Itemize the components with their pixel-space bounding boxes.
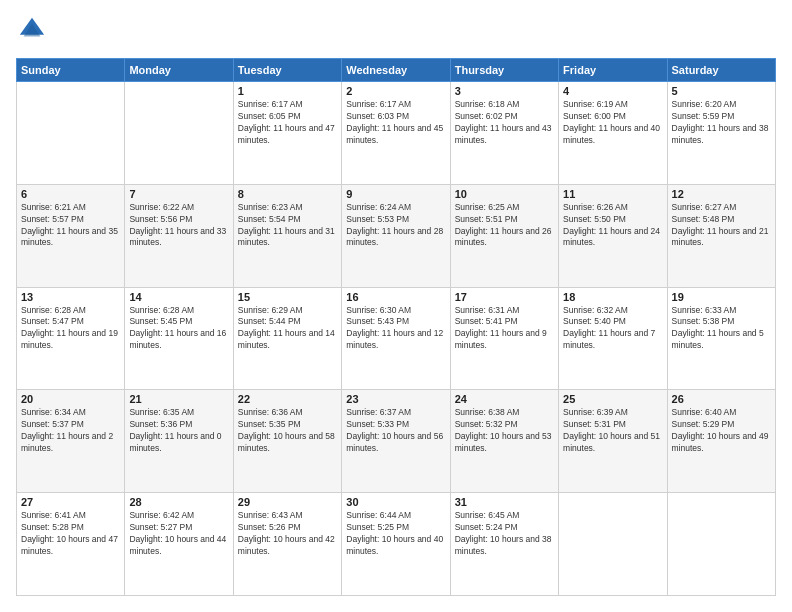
weekday-header-cell: Saturday: [667, 59, 775, 82]
day-info: Sunrise: 6:27 AM Sunset: 5:48 PM Dayligh…: [672, 202, 771, 250]
calendar-day-cell: [17, 82, 125, 185]
calendar-day-cell: 4Sunrise: 6:19 AM Sunset: 6:00 PM Daylig…: [559, 82, 667, 185]
calendar-day-cell: 14Sunrise: 6:28 AM Sunset: 5:45 PM Dayli…: [125, 287, 233, 390]
weekday-header-cell: Friday: [559, 59, 667, 82]
calendar-week-row: 27Sunrise: 6:41 AM Sunset: 5:28 PM Dayli…: [17, 493, 776, 596]
calendar-week-row: 13Sunrise: 6:28 AM Sunset: 5:47 PM Dayli…: [17, 287, 776, 390]
weekday-header-cell: Sunday: [17, 59, 125, 82]
day-number: 24: [455, 393, 554, 405]
day-info: Sunrise: 6:17 AM Sunset: 6:03 PM Dayligh…: [346, 99, 445, 147]
calendar-day-cell: 15Sunrise: 6:29 AM Sunset: 5:44 PM Dayli…: [233, 287, 341, 390]
calendar-day-cell: 21Sunrise: 6:35 AM Sunset: 5:36 PM Dayli…: [125, 390, 233, 493]
day-number: 16: [346, 291, 445, 303]
weekday-header-row: SundayMondayTuesdayWednesdayThursdayFrid…: [17, 59, 776, 82]
day-info: Sunrise: 6:33 AM Sunset: 5:38 PM Dayligh…: [672, 305, 771, 353]
weekday-header-cell: Monday: [125, 59, 233, 82]
day-number: 28: [129, 496, 228, 508]
calendar-day-cell: 28Sunrise: 6:42 AM Sunset: 5:27 PM Dayli…: [125, 493, 233, 596]
day-number: 21: [129, 393, 228, 405]
calendar-day-cell: 30Sunrise: 6:44 AM Sunset: 5:25 PM Dayli…: [342, 493, 450, 596]
day-info: Sunrise: 6:39 AM Sunset: 5:31 PM Dayligh…: [563, 407, 662, 455]
day-number: 8: [238, 188, 337, 200]
day-info: Sunrise: 6:21 AM Sunset: 5:57 PM Dayligh…: [21, 202, 120, 250]
day-number: 6: [21, 188, 120, 200]
calendar-day-cell: [667, 493, 775, 596]
calendar-day-cell: 11Sunrise: 6:26 AM Sunset: 5:50 PM Dayli…: [559, 184, 667, 287]
calendar-day-cell: 20Sunrise: 6:34 AM Sunset: 5:37 PM Dayli…: [17, 390, 125, 493]
logo-icon: [18, 16, 46, 44]
logo: [16, 16, 50, 48]
calendar-day-cell: 13Sunrise: 6:28 AM Sunset: 5:47 PM Dayli…: [17, 287, 125, 390]
day-number: 5: [672, 85, 771, 97]
calendar-day-cell: 7Sunrise: 6:22 AM Sunset: 5:56 PM Daylig…: [125, 184, 233, 287]
day-number: 10: [455, 188, 554, 200]
header: [16, 16, 776, 48]
calendar-day-cell: 6Sunrise: 6:21 AM Sunset: 5:57 PM Daylig…: [17, 184, 125, 287]
day-info: Sunrise: 6:34 AM Sunset: 5:37 PM Dayligh…: [21, 407, 120, 455]
day-info: Sunrise: 6:40 AM Sunset: 5:29 PM Dayligh…: [672, 407, 771, 455]
day-info: Sunrise: 6:23 AM Sunset: 5:54 PM Dayligh…: [238, 202, 337, 250]
day-number: 18: [563, 291, 662, 303]
day-number: 19: [672, 291, 771, 303]
day-number: 9: [346, 188, 445, 200]
day-info: Sunrise: 6:24 AM Sunset: 5:53 PM Dayligh…: [346, 202, 445, 250]
day-number: 27: [21, 496, 120, 508]
calendar-week-row: 1Sunrise: 6:17 AM Sunset: 6:05 PM Daylig…: [17, 82, 776, 185]
calendar-day-cell: 12Sunrise: 6:27 AM Sunset: 5:48 PM Dayli…: [667, 184, 775, 287]
calendar-week-row: 6Sunrise: 6:21 AM Sunset: 5:57 PM Daylig…: [17, 184, 776, 287]
calendar-day-cell: [125, 82, 233, 185]
day-info: Sunrise: 6:28 AM Sunset: 5:45 PM Dayligh…: [129, 305, 228, 353]
calendar-day-cell: 27Sunrise: 6:41 AM Sunset: 5:28 PM Dayli…: [17, 493, 125, 596]
day-info: Sunrise: 6:38 AM Sunset: 5:32 PM Dayligh…: [455, 407, 554, 455]
calendar-day-cell: 16Sunrise: 6:30 AM Sunset: 5:43 PM Dayli…: [342, 287, 450, 390]
day-number: 7: [129, 188, 228, 200]
calendar-day-cell: 2Sunrise: 6:17 AM Sunset: 6:03 PM Daylig…: [342, 82, 450, 185]
day-number: 26: [672, 393, 771, 405]
weekday-header-cell: Thursday: [450, 59, 558, 82]
day-number: 31: [455, 496, 554, 508]
day-info: Sunrise: 6:29 AM Sunset: 5:44 PM Dayligh…: [238, 305, 337, 353]
calendar-day-cell: 3Sunrise: 6:18 AM Sunset: 6:02 PM Daylig…: [450, 82, 558, 185]
day-number: 3: [455, 85, 554, 97]
day-number: 2: [346, 85, 445, 97]
day-info: Sunrise: 6:44 AM Sunset: 5:25 PM Dayligh…: [346, 510, 445, 558]
calendar-day-cell: 19Sunrise: 6:33 AM Sunset: 5:38 PM Dayli…: [667, 287, 775, 390]
day-info: Sunrise: 6:22 AM Sunset: 5:56 PM Dayligh…: [129, 202, 228, 250]
calendar-table: SundayMondayTuesdayWednesdayThursdayFrid…: [16, 58, 776, 596]
calendar-day-cell: 5Sunrise: 6:20 AM Sunset: 5:59 PM Daylig…: [667, 82, 775, 185]
day-info: Sunrise: 6:25 AM Sunset: 5:51 PM Dayligh…: [455, 202, 554, 250]
day-info: Sunrise: 6:42 AM Sunset: 5:27 PM Dayligh…: [129, 510, 228, 558]
calendar-container: SundayMondayTuesdayWednesdayThursdayFrid…: [0, 0, 792, 612]
day-info: Sunrise: 6:41 AM Sunset: 5:28 PM Dayligh…: [21, 510, 120, 558]
day-info: Sunrise: 6:31 AM Sunset: 5:41 PM Dayligh…: [455, 305, 554, 353]
day-info: Sunrise: 6:32 AM Sunset: 5:40 PM Dayligh…: [563, 305, 662, 353]
day-info: Sunrise: 6:35 AM Sunset: 5:36 PM Dayligh…: [129, 407, 228, 455]
calendar-day-cell: 24Sunrise: 6:38 AM Sunset: 5:32 PM Dayli…: [450, 390, 558, 493]
weekday-header-cell: Tuesday: [233, 59, 341, 82]
day-info: Sunrise: 6:30 AM Sunset: 5:43 PM Dayligh…: [346, 305, 445, 353]
day-number: 12: [672, 188, 771, 200]
calendar-day-cell: 25Sunrise: 6:39 AM Sunset: 5:31 PM Dayli…: [559, 390, 667, 493]
day-number: 14: [129, 291, 228, 303]
day-info: Sunrise: 6:37 AM Sunset: 5:33 PM Dayligh…: [346, 407, 445, 455]
day-number: 15: [238, 291, 337, 303]
day-number: 25: [563, 393, 662, 405]
calendar-day-cell: 22Sunrise: 6:36 AM Sunset: 5:35 PM Dayli…: [233, 390, 341, 493]
day-info: Sunrise: 6:45 AM Sunset: 5:24 PM Dayligh…: [455, 510, 554, 558]
day-info: Sunrise: 6:26 AM Sunset: 5:50 PM Dayligh…: [563, 202, 662, 250]
day-info: Sunrise: 6:19 AM Sunset: 6:00 PM Dayligh…: [563, 99, 662, 147]
day-number: 30: [346, 496, 445, 508]
day-info: Sunrise: 6:20 AM Sunset: 5:59 PM Dayligh…: [672, 99, 771, 147]
day-number: 22: [238, 393, 337, 405]
calendar-day-cell: 23Sunrise: 6:37 AM Sunset: 5:33 PM Dayli…: [342, 390, 450, 493]
calendar-day-cell: 1Sunrise: 6:17 AM Sunset: 6:05 PM Daylig…: [233, 82, 341, 185]
day-info: Sunrise: 6:18 AM Sunset: 6:02 PM Dayligh…: [455, 99, 554, 147]
calendar-day-cell: 26Sunrise: 6:40 AM Sunset: 5:29 PM Dayli…: [667, 390, 775, 493]
day-number: 23: [346, 393, 445, 405]
calendar-day-cell: 31Sunrise: 6:45 AM Sunset: 5:24 PM Dayli…: [450, 493, 558, 596]
calendar-day-cell: 17Sunrise: 6:31 AM Sunset: 5:41 PM Dayli…: [450, 287, 558, 390]
day-number: 20: [21, 393, 120, 405]
day-number: 1: [238, 85, 337, 97]
day-info: Sunrise: 6:17 AM Sunset: 6:05 PM Dayligh…: [238, 99, 337, 147]
day-info: Sunrise: 6:28 AM Sunset: 5:47 PM Dayligh…: [21, 305, 120, 353]
